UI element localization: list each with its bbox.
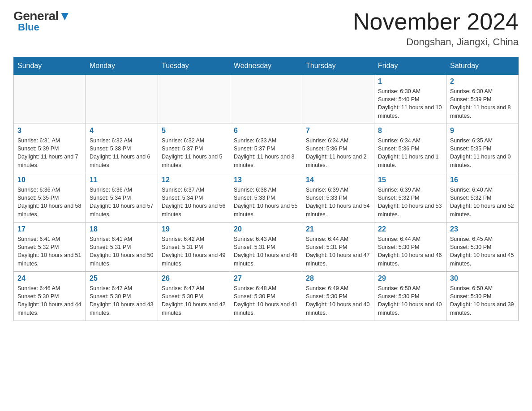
calendar-cell: 20Sunrise: 6:43 AM Sunset: 5:31 PM Dayli… xyxy=(230,223,302,272)
calendar-week-row: 17Sunrise: 6:41 AM Sunset: 5:32 PM Dayli… xyxy=(14,223,519,272)
calendar-header-row: SundayMondayTuesdayWednesdayThursdayFrid… xyxy=(14,57,519,75)
title-block: November 2024 Dongshan, Jiangxi, China xyxy=(353,9,519,48)
day-info: Sunrise: 6:41 AM Sunset: 5:32 PM Dayligh… xyxy=(17,235,82,268)
day-number: 3 xyxy=(17,127,82,135)
calendar-cell: 18Sunrise: 6:41 AM Sunset: 5:31 PM Dayli… xyxy=(86,223,158,272)
day-info: Sunrise: 6:30 AM Sunset: 5:39 PM Dayligh… xyxy=(450,87,515,120)
day-number: 22 xyxy=(378,225,442,233)
day-info: Sunrise: 6:33 AM Sunset: 5:37 PM Dayligh… xyxy=(234,137,298,169)
calendar-cell: 23Sunrise: 6:45 AM Sunset: 5:30 PM Dayli… xyxy=(446,223,519,272)
day-number: 7 xyxy=(306,127,370,135)
day-number: 17 xyxy=(17,225,82,233)
day-info: Sunrise: 6:47 AM Sunset: 5:30 PM Dayligh… xyxy=(90,284,154,317)
calendar-cell: 24Sunrise: 6:46 AM Sunset: 5:30 PM Dayli… xyxy=(14,272,86,321)
day-info: Sunrise: 6:39 AM Sunset: 5:32 PM Dayligh… xyxy=(378,186,442,218)
day-header-sunday: Sunday xyxy=(14,57,86,75)
day-info: Sunrise: 6:44 AM Sunset: 5:30 PM Dayligh… xyxy=(378,235,442,268)
day-number: 13 xyxy=(234,176,298,184)
calendar-week-row: 10Sunrise: 6:36 AM Sunset: 5:35 PM Dayli… xyxy=(14,173,519,223)
calendar-cell: 16Sunrise: 6:40 AM Sunset: 5:32 PM Dayli… xyxy=(446,173,519,223)
day-info: Sunrise: 6:38 AM Sunset: 5:33 PM Dayligh… xyxy=(234,186,298,218)
logo-blue-text: Blue xyxy=(18,21,39,33)
calendar-cell: 9Sunrise: 6:35 AM Sunset: 5:35 PM Daylig… xyxy=(446,124,519,173)
day-number: 9 xyxy=(450,127,515,135)
calendar-cell: 29Sunrise: 6:50 AM Sunset: 5:30 PM Dayli… xyxy=(374,272,446,321)
day-info: Sunrise: 6:46 AM Sunset: 5:30 PM Dayligh… xyxy=(17,284,82,317)
calendar-cell xyxy=(86,75,158,124)
calendar-cell: 26Sunrise: 6:47 AM Sunset: 5:30 PM Dayli… xyxy=(158,272,230,321)
day-info: Sunrise: 6:40 AM Sunset: 5:32 PM Dayligh… xyxy=(450,186,515,218)
calendar-cell: 22Sunrise: 6:44 AM Sunset: 5:30 PM Dayli… xyxy=(374,223,446,272)
calendar-cell: 27Sunrise: 6:48 AM Sunset: 5:30 PM Dayli… xyxy=(230,272,302,321)
calendar-table: SundayMondayTuesdayWednesdayThursdayFrid… xyxy=(13,57,519,321)
day-number: 27 xyxy=(234,274,298,283)
calendar-cell: 1Sunrise: 6:30 AM Sunset: 5:40 PM Daylig… xyxy=(374,75,446,124)
logo-triangle-icon: ▼ xyxy=(59,9,71,23)
calendar-week-row: 3Sunrise: 6:31 AM Sunset: 5:39 PM Daylig… xyxy=(14,124,519,173)
calendar-cell: 13Sunrise: 6:38 AM Sunset: 5:33 PM Dayli… xyxy=(230,173,302,223)
day-info: Sunrise: 6:36 AM Sunset: 5:35 PM Dayligh… xyxy=(17,186,82,218)
day-info: Sunrise: 6:42 AM Sunset: 5:31 PM Dayligh… xyxy=(162,235,226,268)
day-number: 24 xyxy=(17,274,82,283)
day-header-monday: Monday xyxy=(86,57,158,75)
day-number: 23 xyxy=(450,225,515,233)
calendar-cell xyxy=(14,75,86,124)
day-info: Sunrise: 6:32 AM Sunset: 5:38 PM Dayligh… xyxy=(90,137,154,169)
day-number: 19 xyxy=(162,225,226,233)
day-number: 6 xyxy=(234,127,298,135)
day-number: 20 xyxy=(234,225,298,233)
calendar-cell: 30Sunrise: 6:50 AM Sunset: 5:30 PM Dayli… xyxy=(446,272,519,321)
day-info: Sunrise: 6:45 AM Sunset: 5:30 PM Dayligh… xyxy=(450,235,515,268)
day-number: 10 xyxy=(17,176,82,184)
calendar-cell: 5Sunrise: 6:32 AM Sunset: 5:37 PM Daylig… xyxy=(158,124,230,173)
calendar-cell: 12Sunrise: 6:37 AM Sunset: 5:34 PM Dayli… xyxy=(158,173,230,223)
location-subtitle: Dongshan, Jiangxi, China xyxy=(353,36,519,48)
calendar-cell: 19Sunrise: 6:42 AM Sunset: 5:31 PM Dayli… xyxy=(158,223,230,272)
day-header-friday: Friday xyxy=(374,57,446,75)
calendar-cell: 28Sunrise: 6:49 AM Sunset: 5:30 PM Dayli… xyxy=(302,272,374,321)
calendar-cell xyxy=(158,75,230,124)
day-header-tuesday: Tuesday xyxy=(158,57,230,75)
day-number: 28 xyxy=(306,274,370,283)
calendar-cell xyxy=(230,75,302,124)
calendar-cell xyxy=(302,75,374,124)
day-number: 14 xyxy=(306,176,370,184)
calendar-cell: 7Sunrise: 6:34 AM Sunset: 5:36 PM Daylig… xyxy=(302,124,374,173)
day-number: 12 xyxy=(162,176,226,184)
day-header-saturday: Saturday xyxy=(446,57,519,75)
day-header-thursday: Thursday xyxy=(302,57,374,75)
day-info: Sunrise: 6:37 AM Sunset: 5:34 PM Dayligh… xyxy=(162,186,226,218)
calendar-cell: 15Sunrise: 6:39 AM Sunset: 5:32 PM Dayli… xyxy=(374,173,446,223)
day-number: 15 xyxy=(378,176,442,184)
day-number: 11 xyxy=(90,176,154,184)
calendar-cell: 4Sunrise: 6:32 AM Sunset: 5:38 PM Daylig… xyxy=(86,124,158,173)
day-info: Sunrise: 6:39 AM Sunset: 5:33 PM Dayligh… xyxy=(306,186,370,218)
day-number: 30 xyxy=(450,274,515,283)
month-year-title: November 2024 xyxy=(353,9,519,34)
calendar-week-row: 24Sunrise: 6:46 AM Sunset: 5:30 PM Dayli… xyxy=(14,272,519,321)
day-info: Sunrise: 6:36 AM Sunset: 5:34 PM Dayligh… xyxy=(90,186,154,218)
calendar-cell: 25Sunrise: 6:47 AM Sunset: 5:30 PM Dayli… xyxy=(86,272,158,321)
calendar-cell: 10Sunrise: 6:36 AM Sunset: 5:35 PM Dayli… xyxy=(14,173,86,223)
day-info: Sunrise: 6:50 AM Sunset: 5:30 PM Dayligh… xyxy=(378,284,442,317)
day-number: 21 xyxy=(306,225,370,233)
day-info: Sunrise: 6:35 AM Sunset: 5:35 PM Dayligh… xyxy=(450,137,515,169)
day-number: 29 xyxy=(378,274,442,283)
day-info: Sunrise: 6:48 AM Sunset: 5:30 PM Dayligh… xyxy=(234,284,298,317)
day-info: Sunrise: 6:50 AM Sunset: 5:30 PM Dayligh… xyxy=(450,284,515,317)
day-info: Sunrise: 6:31 AM Sunset: 5:39 PM Dayligh… xyxy=(17,137,82,169)
day-info: Sunrise: 6:43 AM Sunset: 5:31 PM Dayligh… xyxy=(234,235,298,268)
calendar-cell: 17Sunrise: 6:41 AM Sunset: 5:32 PM Dayli… xyxy=(14,223,86,272)
day-number: 25 xyxy=(90,274,154,283)
day-info: Sunrise: 6:32 AM Sunset: 5:37 PM Dayligh… xyxy=(162,137,226,169)
calendar-cell: 14Sunrise: 6:39 AM Sunset: 5:33 PM Dayli… xyxy=(302,173,374,223)
day-number: 1 xyxy=(378,77,442,86)
day-number: 4 xyxy=(90,127,154,135)
day-info: Sunrise: 6:34 AM Sunset: 5:36 PM Dayligh… xyxy=(306,137,370,169)
logo: General▼ Blue xyxy=(13,9,71,33)
day-header-wednesday: Wednesday xyxy=(230,57,302,75)
calendar-cell: 21Sunrise: 6:44 AM Sunset: 5:31 PM Dayli… xyxy=(302,223,374,272)
calendar-cell: 2Sunrise: 6:30 AM Sunset: 5:39 PM Daylig… xyxy=(446,75,519,124)
day-info: Sunrise: 6:49 AM Sunset: 5:30 PM Dayligh… xyxy=(306,284,370,317)
calendar-week-row: 1Sunrise: 6:30 AM Sunset: 5:40 PM Daylig… xyxy=(14,75,519,124)
